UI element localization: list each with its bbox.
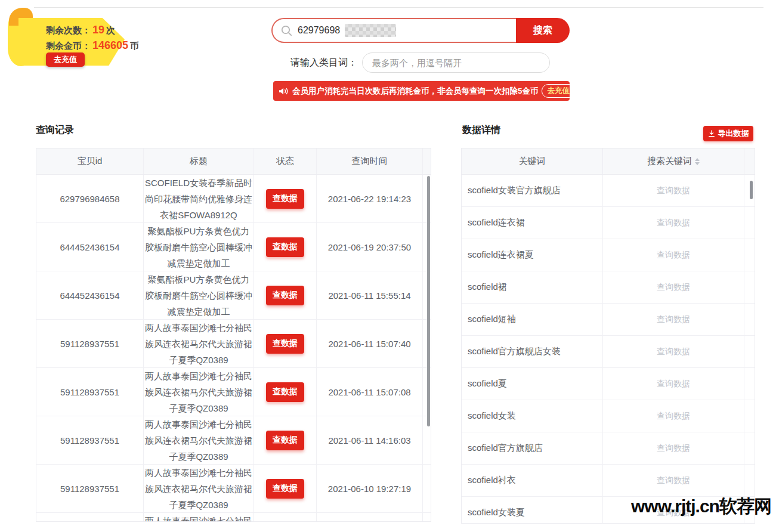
table-row: 591128937551两人故事泰国沙滩七分袖民族风连衣裙马尔代夫旅游裙子夏季Q…: [36, 416, 431, 465]
query-data-link[interactable]: 查询数据: [657, 443, 690, 454]
cell-item-title: SCOFIELD女装春季新品时尚印花腰带简约优雅修身连衣裙SFOWA8912Q: [144, 175, 254, 222]
cell-item-title: 聚氨酯板PU方条黄色优力胶板耐磨牛筋空心圆棒缓冲减震垫定做加工: [144, 271, 254, 319]
remaining-coins-label: 剩余金币：: [46, 41, 91, 51]
cell-keyword: scofield女装: [462, 400, 603, 432]
table-row: 两人故事泰国沙滩七分袖民族风连衣裙马尔代夫旅游裙子夏季QZ0389查数据: [36, 513, 431, 522]
cell-action: 查询数据: [603, 304, 744, 335]
cell-status: 查数据: [254, 223, 317, 271]
export-data-button[interactable]: 导出数据: [703, 126, 753, 141]
check-data-button[interactable]: 查数据: [266, 431, 304, 450]
category-input[interactable]: [362, 52, 550, 73]
data-details-table-body: scofield女装官方旗舰店查询数据scofield连衣裙查询数据scofie…: [462, 175, 755, 524]
data-details-table: 关键词 搜索关键词 scofield女装官方旗舰店查询数据scofield连衣裙…: [461, 148, 755, 524]
cell-query-time: [317, 513, 423, 522]
cell-action: 查询数据: [603, 271, 744, 303]
cell-keyword: scofield衬衣: [462, 465, 603, 496]
cell-item-title: 两人故事泰国沙滩七分袖民族风连衣裙马尔代夫旅游裙子夏季QZ0389: [144, 465, 254, 512]
cell-item-title: 两人故事泰国沙滩七分袖民族风连衣裙马尔代夫旅游裙子夏季QZ0389: [144, 416, 254, 464]
remaining-coins: 剩余金币：146605币: [46, 39, 139, 52]
table-row: scofield官方旗舰店女装查询数据: [462, 336, 755, 368]
cell-keyword: scofield裙: [462, 271, 603, 303]
notice-text: 会员用户消耗完当日次数后再消耗金币，非会员每查询一次扣除5金币: [292, 86, 539, 97]
query-data-link[interactable]: 查询数据: [657, 411, 690, 422]
query-data-link[interactable]: 查询数据: [657, 218, 690, 228]
cell-item-title: 两人故事泰国沙滩七分袖民族风连衣裙马尔代夫旅游裙子夏季QZ0389: [144, 513, 254, 522]
cell-query-time: 2021-06-10 19:27:19: [317, 465, 423, 512]
cell-status: 查数据: [254, 175, 317, 222]
cell-status: 查数据: [254, 271, 317, 319]
check-data-button[interactable]: 查数据: [266, 334, 304, 354]
cell-action: 查询数据: [603, 368, 744, 400]
table-row: 644452436154聚氨酯板PU方条黄色优力胶板耐磨牛筋空心圆棒缓冲减震垫定…: [36, 271, 431, 320]
cell-action: 查询数据: [603, 239, 744, 271]
table-row: scofield夏查询数据: [462, 368, 755, 400]
query-data-link[interactable]: 查询数据: [657, 475, 690, 486]
cell-item-title: 两人故事泰国沙滩七分袖民族风连衣裙马尔代夫旅游裙子夏季QZ0389: [144, 320, 254, 367]
query-data-link[interactable]: 查询数据: [657, 379, 690, 389]
watermark: www.rjtj.cn软荐网: [631, 494, 771, 519]
sort-caret-icon[interactable]: [695, 158, 700, 165]
check-data-button[interactable]: 查数据: [266, 237, 304, 257]
category-row: 请输入类目词：: [271, 52, 570, 73]
column-header-item-id: 宝贝id: [36, 149, 144, 174]
cell-item-title: 两人故事泰国沙滩七分袖民族风连衣裙马尔代夫旅游裙子夏季QZ0389: [144, 368, 254, 416]
cell-keyword: scofield连衣裙: [462, 207, 603, 239]
cell-item-id: 591128937551: [36, 368, 144, 416]
cell-keyword: scofield官方旗舰店女装: [462, 336, 603, 367]
table-row: 629796984658SCOFIELD女装春季新品时尚印花腰带简约优雅修身连衣…: [36, 175, 431, 223]
cell-status: 查数据: [254, 416, 317, 464]
query-records-title: 查询记录: [36, 124, 74, 137]
remaining-times-value: 19: [91, 24, 106, 36]
recharge-button[interactable]: 去充值: [46, 52, 85, 67]
column-header-status: 状态: [254, 149, 317, 174]
cell-status: 查数据: [254, 368, 317, 416]
cell-item-id: 644452436154: [36, 271, 144, 319]
table-row: scofield连衣裙夏查询数据: [462, 239, 755, 271]
data-details-header: 关键词 搜索关键词: [462, 149, 755, 175]
search-button[interactable]: 搜索: [516, 18, 570, 43]
check-data-button[interactable]: 查数据: [266, 382, 304, 402]
table-row: 591128937551两人故事泰国沙滩七分袖民族风连衣裙马尔代夫旅游裙子夏季Q…: [36, 368, 431, 416]
cell-keyword: scofield女装夏: [462, 497, 603, 524]
column-header-time: 查询时间: [317, 149, 423, 174]
cell-action: 查询数据: [603, 400, 744, 432]
table-row: scofield女装官方旗舰店查询数据: [462, 175, 755, 207]
notice-recharge-button[interactable]: 去充值: [542, 84, 576, 98]
table-row: scofield官方旗舰店查询数据: [462, 432, 755, 465]
notice-bar: 会员用户消耗完当日次数后再消耗金币，非会员每查询一次扣除5金币 去充值: [273, 81, 570, 101]
query-records-header: 宝贝id 标题 状态 查询时间: [36, 149, 431, 175]
cell-action: 查询数据: [603, 465, 744, 496]
query-data-link[interactable]: 查询数据: [657, 250, 690, 261]
cell-status: 查数据: [254, 320, 317, 367]
table-row: 591128937551两人故事泰国沙滩七分袖民族风连衣裙马尔代夫旅游裙子夏季Q…: [36, 320, 431, 368]
table-row: 591128937551两人故事泰国沙滩七分袖民族风连衣裙马尔代夫旅游裙子夏季Q…: [36, 465, 431, 513]
table-row: scofield女装查询数据: [462, 400, 755, 432]
data-details-title: 数据详情: [462, 124, 500, 137]
table-row: scofield连衣裙查询数据: [462, 207, 755, 239]
check-data-button[interactable]: 查数据: [266, 286, 304, 305]
query-data-link[interactable]: 查询数据: [657, 347, 690, 357]
export-data-label: 导出数据: [718, 128, 749, 139]
right-table-scrollbar[interactable]: [750, 181, 753, 199]
search-input[interactable]: 62979698: [271, 18, 516, 43]
cell-action: 查询数据: [603, 175, 744, 206]
left-table-scrollbar[interactable]: [427, 176, 430, 426]
cell-keyword: scofield女装官方旗舰店: [462, 175, 603, 206]
cell-item-id: 591128937551: [36, 320, 144, 367]
remaining-times-unit: 次: [106, 25, 115, 35]
search-query-value: 62979698: [298, 25, 340, 36]
check-data-button[interactable]: 查数据: [266, 189, 304, 209]
category-label: 请输入类目词：: [290, 57, 357, 69]
cell-item-id: 629796984658: [36, 175, 144, 222]
query-records-table: 宝贝id 标题 状态 查询时间 629796984658SCOFIELD女装春季…: [36, 148, 431, 522]
page: 剩余次数：19次 剩余金币：146605币 去充值 62979698 搜索 请输…: [0, 0, 776, 532]
check-data-button[interactable]: 查数据: [266, 479, 304, 499]
balance-ribbon: 剩余次数：19次 剩余金币：146605币 去充值: [8, 8, 125, 66]
column-header-title: 标题: [144, 149, 254, 174]
query-data-link[interactable]: 查询数据: [657, 314, 690, 325]
remaining-times-label: 剩余次数：: [46, 25, 91, 35]
query-data-link[interactable]: 查询数据: [657, 185, 690, 196]
remaining-times: 剩余次数：19次: [46, 24, 115, 36]
query-data-link[interactable]: 查询数据: [657, 282, 690, 293]
cell-status: 查数据: [254, 465, 317, 512]
